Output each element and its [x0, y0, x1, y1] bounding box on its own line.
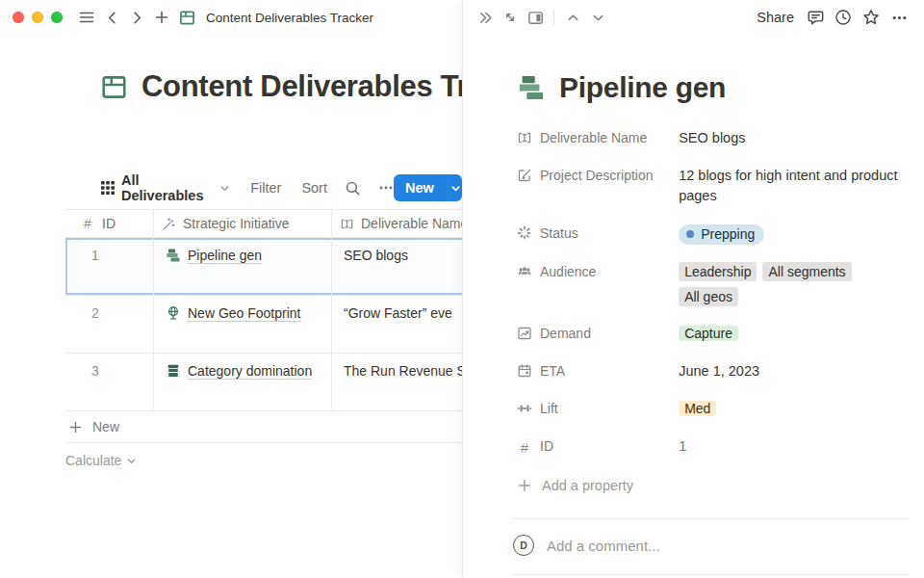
property-label[interactable]: # ID	[517, 436, 679, 458]
column-label: ID	[102, 216, 116, 231]
status-burst-icon	[517, 225, 532, 241]
property-label[interactable]: Demand	[517, 324, 679, 344]
property-row-lift: Lift Med	[517, 390, 909, 428]
property-row-deliverable-name: Deliverable Name SEO blogs	[517, 119, 909, 157]
cell-id[interactable]: 3	[65, 354, 154, 410]
page-link[interactable]: New Geo Footprint	[166, 305, 331, 321]
property-value[interactable]: Leadership All segments All geos	[679, 262, 909, 306]
notion-window: Content Deliverables Tracker Content Del…	[0, 0, 924, 578]
status-tag-label: Prepping	[701, 224, 755, 245]
expand-diagonal-icon[interactable]	[498, 5, 523, 30]
property-label[interactable]: Lift	[517, 399, 679, 419]
tag-list: Leadership All segments All geos	[679, 262, 909, 306]
property-value[interactable]: Prepping	[679, 223, 909, 245]
view-tab-all-deliverables[interactable]: All Deliverables	[101, 172, 230, 203]
status-tag: Prepping	[679, 224, 764, 245]
new-button[interactable]: New	[394, 174, 462, 201]
minimize-window-button[interactable]	[32, 12, 43, 23]
page-link[interactable]: Pipeline gen	[166, 248, 331, 263]
cell-initiative[interactable]: Category domination	[154, 354, 332, 410]
peek-page-header: Pipeline gen	[517, 71, 909, 104]
property-value[interactable]: SEO blogs	[679, 128, 909, 148]
peek-page-title[interactable]: Pipeline gen	[559, 71, 726, 104]
database-toolbar: All Deliverables Filter Sort New	[101, 172, 462, 203]
calculate-button[interactable]: Calculate	[65, 443, 137, 478]
property-value[interactable]: 12 blogs for high intent and product pag…	[679, 166, 909, 206]
comments-icon[interactable]	[803, 5, 828, 30]
tag: Med	[679, 401, 716, 416]
table-row[interactable]: 1 Pipeline gen SEO blogs	[65, 238, 462, 296]
property-label[interactable]: ETA	[517, 361, 679, 381]
updates-clock-icon[interactable]	[831, 5, 856, 30]
double-chevron-right-icon[interactable]	[473, 5, 498, 30]
column-label: Strategic Initiative	[183, 216, 290, 231]
more-icon[interactable]	[886, 5, 911, 30]
more-icon[interactable]	[378, 180, 394, 196]
property-value[interactable]: 1	[679, 436, 909, 458]
comment-input-row[interactable]: D Add a comment...	[511, 535, 909, 556]
table-page-icon	[174, 5, 199, 30]
column-header-strategic-initiative[interactable]: Strategic Initiative	[154, 210, 332, 237]
add-property-button[interactable]: Add a property	[517, 470, 909, 501]
property-value[interactable]: June 1, 2023	[679, 361, 909, 381]
table-row[interactable]: 2 New Geo Footprint “Grow Faster” eve	[65, 296, 462, 354]
close-window-button[interactable]	[13, 12, 24, 23]
back-icon[interactable]	[99, 5, 124, 30]
filter-button[interactable]: Filter	[250, 180, 281, 196]
zoom-window-button[interactable]	[51, 12, 63, 23]
chevron-down-icon[interactable]	[585, 5, 610, 30]
star-icon[interactable]	[859, 5, 884, 30]
chevron-down-icon	[219, 183, 230, 194]
new-row-button[interactable]: New	[65, 411, 462, 443]
property-row-project-description: Project Description 12 blogs for high in…	[517, 157, 909, 215]
side-peek-icon[interactable]	[523, 5, 548, 30]
cell-initiative[interactable]: Pipeline gen	[154, 238, 332, 295]
cell-initiative[interactable]: New Geo Footprint	[154, 296, 332, 353]
cell-deliverable[interactable]: SEO blogs	[332, 238, 462, 295]
pipeline-bars-icon[interactable]	[517, 73, 546, 102]
property-value[interactable]: Capture	[679, 324, 909, 344]
cell-deliverable[interactable]: “Grow Faster” eve	[332, 296, 462, 353]
property-name: Audience	[540, 262, 596, 281]
calculate-label: Calculate	[65, 453, 121, 468]
peek-topbar: Share	[463, 0, 924, 35]
new-dropdown-button[interactable]	[444, 183, 462, 194]
property-label[interactable]: Deliverable Name	[517, 128, 679, 148]
property-label[interactable]: Project Description	[517, 166, 679, 206]
table-header-row: # ID Strategic Initiative Deliverable Na…	[65, 209, 462, 238]
line-chart-icon	[517, 326, 532, 341]
search-icon[interactable]	[345, 180, 361, 197]
text-cursor-icon	[340, 217, 354, 231]
calendar-icon	[517, 363, 532, 379]
window-title: Content Deliverables Tracker	[206, 11, 373, 25]
comment-placeholder: Add a comment...	[547, 538, 660, 554]
hash-icon: #	[80, 216, 95, 231]
text-cursor-icon	[517, 130, 532, 145]
menu-icon[interactable]	[74, 5, 99, 30]
page-link-label: New Geo Footprint	[188, 305, 301, 321]
property-label[interactable]: Audience	[517, 262, 679, 306]
table-page-icon[interactable]	[101, 74, 127, 100]
avatar: D	[513, 535, 534, 556]
cell-id[interactable]: 1	[65, 238, 154, 295]
main-pane: Content Deliverables Tracker Content Del…	[0, 0, 462, 578]
share-button[interactable]: Share	[757, 10, 794, 25]
deliverables-table: # ID Strategic Initiative Deliverable Na…	[65, 209, 462, 478]
cell-id[interactable]: 2	[65, 296, 154, 353]
column-header-id[interactable]: # ID	[65, 210, 154, 237]
cell-deliverable[interactable]: The Run Revenue S	[332, 354, 462, 410]
comment-section: D Add a comment...	[511, 518, 909, 556]
column-header-deliverable-name[interactable]: Deliverable Name	[332, 210, 462, 237]
chevron-up-icon[interactable]	[560, 5, 585, 30]
forward-icon[interactable]	[124, 5, 149, 30]
sort-button[interactable]: Sort	[301, 180, 327, 196]
table-row[interactable]: 3 Category domination The Run Revenue S	[65, 354, 462, 411]
tag: Capture	[679, 326, 738, 341]
property-label[interactable]: Status	[517, 223, 679, 245]
new-tab-icon[interactable]	[149, 5, 174, 30]
property-row-eta: ETA June 1, 2023	[517, 353, 909, 390]
property-value[interactable]: Med	[679, 399, 909, 419]
traffic-lights	[0, 12, 63, 23]
page-link[interactable]: Category domination	[166, 363, 331, 379]
property-row-demand: Demand Capture	[517, 315, 909, 353]
